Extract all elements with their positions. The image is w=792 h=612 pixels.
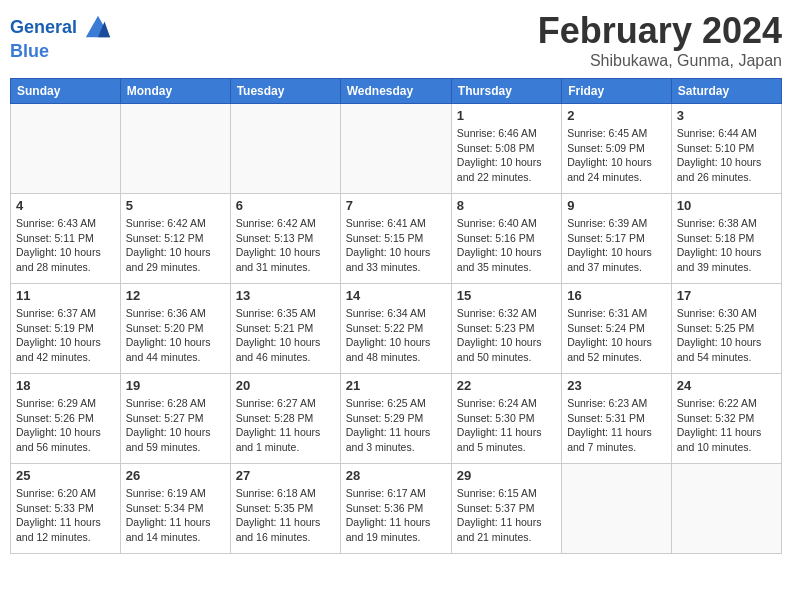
calendar-cell: 21Sunrise: 6:25 AMSunset: 5:29 PMDayligh… bbox=[340, 374, 451, 464]
calendar-cell: 23Sunrise: 6:23 AMSunset: 5:31 PMDayligh… bbox=[562, 374, 672, 464]
week-row-3: 18Sunrise: 6:29 AMSunset: 5:26 PMDayligh… bbox=[11, 374, 782, 464]
day-info: Sunrise: 6:39 AMSunset: 5:17 PMDaylight:… bbox=[567, 216, 666, 275]
calendar-cell: 11Sunrise: 6:37 AMSunset: 5:19 PMDayligh… bbox=[11, 284, 121, 374]
weekday-header-monday: Monday bbox=[120, 79, 230, 104]
calendar-cell: 28Sunrise: 6:17 AMSunset: 5:36 PMDayligh… bbox=[340, 464, 451, 554]
day-number: 20 bbox=[236, 378, 335, 393]
day-number: 6 bbox=[236, 198, 335, 213]
week-row-2: 11Sunrise: 6:37 AMSunset: 5:19 PMDayligh… bbox=[11, 284, 782, 374]
calendar-cell: 29Sunrise: 6:15 AMSunset: 5:37 PMDayligh… bbox=[451, 464, 561, 554]
weekday-header-wednesday: Wednesday bbox=[340, 79, 451, 104]
calendar-cell: 25Sunrise: 6:20 AMSunset: 5:33 PMDayligh… bbox=[11, 464, 121, 554]
day-info: Sunrise: 6:19 AMSunset: 5:34 PMDaylight:… bbox=[126, 486, 225, 545]
day-info: Sunrise: 6:42 AMSunset: 5:13 PMDaylight:… bbox=[236, 216, 335, 275]
month-title: February 2024 bbox=[538, 10, 782, 52]
weekday-header-tuesday: Tuesday bbox=[230, 79, 340, 104]
day-number: 17 bbox=[677, 288, 776, 303]
day-number: 18 bbox=[16, 378, 115, 393]
day-info: Sunrise: 6:42 AMSunset: 5:12 PMDaylight:… bbox=[126, 216, 225, 275]
calendar-cell: 12Sunrise: 6:36 AMSunset: 5:20 PMDayligh… bbox=[120, 284, 230, 374]
day-number: 10 bbox=[677, 198, 776, 213]
day-info: Sunrise: 6:17 AMSunset: 5:36 PMDaylight:… bbox=[346, 486, 446, 545]
week-row-0: 1Sunrise: 6:46 AMSunset: 5:08 PMDaylight… bbox=[11, 104, 782, 194]
day-info: Sunrise: 6:29 AMSunset: 5:26 PMDaylight:… bbox=[16, 396, 115, 455]
calendar-cell: 15Sunrise: 6:32 AMSunset: 5:23 PMDayligh… bbox=[451, 284, 561, 374]
day-info: Sunrise: 6:43 AMSunset: 5:11 PMDaylight:… bbox=[16, 216, 115, 275]
weekday-header-thursday: Thursday bbox=[451, 79, 561, 104]
calendar-cell: 16Sunrise: 6:31 AMSunset: 5:24 PMDayligh… bbox=[562, 284, 672, 374]
logo-text2: Blue bbox=[10, 42, 112, 62]
calendar-cell: 8Sunrise: 6:40 AMSunset: 5:16 PMDaylight… bbox=[451, 194, 561, 284]
calendar-cell: 13Sunrise: 6:35 AMSunset: 5:21 PMDayligh… bbox=[230, 284, 340, 374]
day-number: 5 bbox=[126, 198, 225, 213]
day-info: Sunrise: 6:23 AMSunset: 5:31 PMDaylight:… bbox=[567, 396, 666, 455]
day-info: Sunrise: 6:24 AMSunset: 5:30 PMDaylight:… bbox=[457, 396, 556, 455]
calendar-cell: 9Sunrise: 6:39 AMSunset: 5:17 PMDaylight… bbox=[562, 194, 672, 284]
day-info: Sunrise: 6:40 AMSunset: 5:16 PMDaylight:… bbox=[457, 216, 556, 275]
day-info: Sunrise: 6:35 AMSunset: 5:21 PMDaylight:… bbox=[236, 306, 335, 365]
calendar-cell: 1Sunrise: 6:46 AMSunset: 5:08 PMDaylight… bbox=[451, 104, 561, 194]
day-info: Sunrise: 6:27 AMSunset: 5:28 PMDaylight:… bbox=[236, 396, 335, 455]
day-info: Sunrise: 6:45 AMSunset: 5:09 PMDaylight:… bbox=[567, 126, 666, 185]
calendar-cell: 18Sunrise: 6:29 AMSunset: 5:26 PMDayligh… bbox=[11, 374, 121, 464]
calendar-cell: 26Sunrise: 6:19 AMSunset: 5:34 PMDayligh… bbox=[120, 464, 230, 554]
day-number: 1 bbox=[457, 108, 556, 123]
calendar-cell: 27Sunrise: 6:18 AMSunset: 5:35 PMDayligh… bbox=[230, 464, 340, 554]
calendar-table: SundayMondayTuesdayWednesdayThursdayFrid… bbox=[10, 78, 782, 554]
day-info: Sunrise: 6:32 AMSunset: 5:23 PMDaylight:… bbox=[457, 306, 556, 365]
week-row-1: 4Sunrise: 6:43 AMSunset: 5:11 PMDaylight… bbox=[11, 194, 782, 284]
day-info: Sunrise: 6:18 AMSunset: 5:35 PMDaylight:… bbox=[236, 486, 335, 545]
day-number: 22 bbox=[457, 378, 556, 393]
weekday-header-friday: Friday bbox=[562, 79, 672, 104]
calendar-cell: 14Sunrise: 6:34 AMSunset: 5:22 PMDayligh… bbox=[340, 284, 451, 374]
day-number: 2 bbox=[567, 108, 666, 123]
day-number: 16 bbox=[567, 288, 666, 303]
day-number: 11 bbox=[16, 288, 115, 303]
day-number: 7 bbox=[346, 198, 446, 213]
location-title: Shibukawa, Gunma, Japan bbox=[538, 52, 782, 70]
calendar-cell bbox=[11, 104, 121, 194]
page-header: General Blue February 2024 Shibukawa, Gu… bbox=[10, 10, 782, 70]
day-info: Sunrise: 6:28 AMSunset: 5:27 PMDaylight:… bbox=[126, 396, 225, 455]
calendar-cell bbox=[340, 104, 451, 194]
day-number: 21 bbox=[346, 378, 446, 393]
logo: General Blue bbox=[10, 14, 112, 62]
calendar-cell bbox=[562, 464, 672, 554]
day-number: 25 bbox=[16, 468, 115, 483]
day-number: 23 bbox=[567, 378, 666, 393]
day-info: Sunrise: 6:20 AMSunset: 5:33 PMDaylight:… bbox=[16, 486, 115, 545]
weekday-header-row: SundayMondayTuesdayWednesdayThursdayFrid… bbox=[11, 79, 782, 104]
day-number: 28 bbox=[346, 468, 446, 483]
calendar-cell: 5Sunrise: 6:42 AMSunset: 5:12 PMDaylight… bbox=[120, 194, 230, 284]
day-info: Sunrise: 6:25 AMSunset: 5:29 PMDaylight:… bbox=[346, 396, 446, 455]
day-info: Sunrise: 6:41 AMSunset: 5:15 PMDaylight:… bbox=[346, 216, 446, 275]
calendar-cell: 19Sunrise: 6:28 AMSunset: 5:27 PMDayligh… bbox=[120, 374, 230, 464]
week-row-4: 25Sunrise: 6:20 AMSunset: 5:33 PMDayligh… bbox=[11, 464, 782, 554]
calendar-cell: 4Sunrise: 6:43 AMSunset: 5:11 PMDaylight… bbox=[11, 194, 121, 284]
day-number: 15 bbox=[457, 288, 556, 303]
day-number: 13 bbox=[236, 288, 335, 303]
day-number: 3 bbox=[677, 108, 776, 123]
day-info: Sunrise: 6:15 AMSunset: 5:37 PMDaylight:… bbox=[457, 486, 556, 545]
day-info: Sunrise: 6:30 AMSunset: 5:25 PMDaylight:… bbox=[677, 306, 776, 365]
calendar-cell: 6Sunrise: 6:42 AMSunset: 5:13 PMDaylight… bbox=[230, 194, 340, 284]
calendar-cell: 3Sunrise: 6:44 AMSunset: 5:10 PMDaylight… bbox=[671, 104, 781, 194]
day-info: Sunrise: 6:38 AMSunset: 5:18 PMDaylight:… bbox=[677, 216, 776, 275]
calendar-cell: 10Sunrise: 6:38 AMSunset: 5:18 PMDayligh… bbox=[671, 194, 781, 284]
weekday-header-saturday: Saturday bbox=[671, 79, 781, 104]
day-number: 12 bbox=[126, 288, 225, 303]
calendar-cell bbox=[230, 104, 340, 194]
day-info: Sunrise: 6:44 AMSunset: 5:10 PMDaylight:… bbox=[677, 126, 776, 185]
day-info: Sunrise: 6:31 AMSunset: 5:24 PMDaylight:… bbox=[567, 306, 666, 365]
calendar-cell: 24Sunrise: 6:22 AMSunset: 5:32 PMDayligh… bbox=[671, 374, 781, 464]
day-info: Sunrise: 6:37 AMSunset: 5:19 PMDaylight:… bbox=[16, 306, 115, 365]
day-number: 24 bbox=[677, 378, 776, 393]
calendar-cell: 22Sunrise: 6:24 AMSunset: 5:30 PMDayligh… bbox=[451, 374, 561, 464]
day-number: 26 bbox=[126, 468, 225, 483]
day-info: Sunrise: 6:36 AMSunset: 5:20 PMDaylight:… bbox=[126, 306, 225, 365]
calendar-cell bbox=[671, 464, 781, 554]
day-number: 27 bbox=[236, 468, 335, 483]
weekday-header-sunday: Sunday bbox=[11, 79, 121, 104]
day-info: Sunrise: 6:34 AMSunset: 5:22 PMDaylight:… bbox=[346, 306, 446, 365]
logo-text: General bbox=[10, 14, 112, 42]
